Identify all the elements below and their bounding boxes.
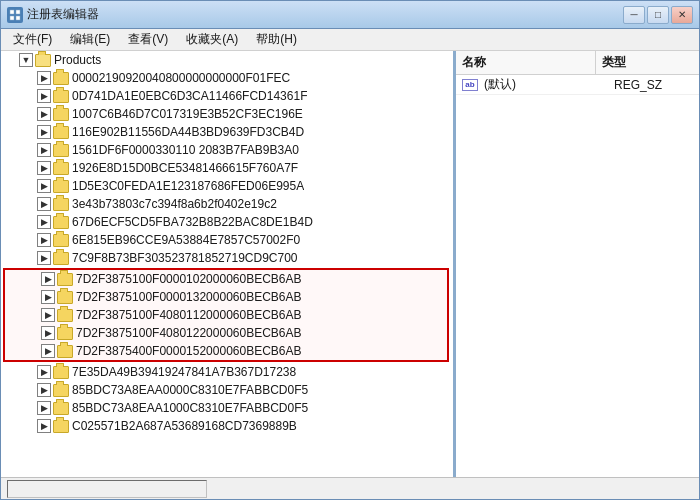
expander[interactable]: ▶ xyxy=(41,344,55,358)
tree-item-16[interactable]: ▶ 7D2F3875400F0000152000060BECB6AB xyxy=(5,342,447,360)
folder-icon xyxy=(53,180,69,193)
tree-item-15[interactable]: ▶ 7D2F3875100F4080122000060BECB6AB xyxy=(5,324,447,342)
tree-label: 7E35DA49B39419247841A7B367D17238 xyxy=(72,365,296,379)
folder-icon xyxy=(57,309,73,322)
tree-item-4[interactable]: ▶ 116E902B11556DA44B3BD9639FD3CB4D xyxy=(1,123,453,141)
column-headers: 名称 类型 xyxy=(456,51,699,75)
expander[interactable]: ▶ xyxy=(37,419,51,433)
expander[interactable]: ▶ xyxy=(37,401,51,415)
svg-rect-3 xyxy=(16,16,20,20)
expander[interactable]: ▶ xyxy=(37,365,51,379)
tree-item-12[interactable]: ▶ 7D2F3875100F0000102000060BECB6AB xyxy=(5,270,447,288)
expander[interactable]: ▶ xyxy=(37,215,51,229)
menu-help[interactable]: 帮助(H) xyxy=(248,29,305,50)
expander[interactable]: ▶ xyxy=(37,71,51,85)
tree-label: C025571B2A687A53689168CD7369889B xyxy=(72,419,297,433)
tree-item-13[interactable]: ▶ 7D2F3875100F0000132000060BECB6AB xyxy=(5,288,447,306)
status-bar xyxy=(1,477,699,499)
registry-row[interactable]: ab (默认) REG_SZ xyxy=(456,75,699,95)
right-pane: 名称 类型 ab (默认) REG_SZ xyxy=(456,51,699,477)
expander[interactable]: ▶ xyxy=(37,161,51,175)
title-bar-left: 注册表编辑器 xyxy=(7,6,99,23)
menu-edit[interactable]: 编辑(E) xyxy=(62,29,118,50)
tree-label: 7C9F8B73BF303523781852719CD9C700 xyxy=(72,251,298,265)
column-name-header: 名称 xyxy=(456,51,596,74)
tree-item-6[interactable]: ▶ 1926E8D15D0BCE53481466615F760A7F xyxy=(1,159,453,177)
tree-item-5[interactable]: ▶ 1561DF6F0000330110 2083B7FAB9B3A0 xyxy=(1,141,453,159)
tree-label: 1561DF6F0000330110 2083B7FAB9B3A0 xyxy=(72,143,299,157)
window-title: 注册表编辑器 xyxy=(27,6,99,23)
tree-item-17[interactable]: ▶ 7E35DA49B39419247841A7B367D17238 xyxy=(1,363,453,381)
tree-item-products[interactable]: ▼ Products xyxy=(1,51,453,69)
tree-label: 7D2F3875400F0000152000060BECB6AB xyxy=(76,344,302,358)
tree-label: 00002190920040800000000000F01FEC xyxy=(72,71,290,85)
tree-item-9[interactable]: ▶ 67D6ECF5CD5FBA732B8B22BAC8DE1B4D xyxy=(1,213,453,231)
folder-icon xyxy=(53,216,69,229)
tree-label: 6E815EB96CCE9A53884E7857C57002F0 xyxy=(72,233,300,247)
folder-icon-products xyxy=(35,54,51,67)
expander[interactable]: ▶ xyxy=(37,89,51,103)
tree-item-2[interactable]: ▶ 0D741DA1E0EBC6D3CA11466FCD14361F xyxy=(1,87,453,105)
svg-rect-1 xyxy=(16,10,20,14)
tree-label: 7D2F3875100F0000102000060BECB6AB xyxy=(76,272,302,286)
folder-icon xyxy=(53,144,69,157)
expander[interactable]: ▶ xyxy=(41,272,55,286)
tree-item-1[interactable]: ▶ 00002190920040800000000000F01FEC xyxy=(1,69,453,87)
folder-icon xyxy=(53,384,69,397)
tree-item-3[interactable]: ▶ 1007C6B46D7C017319E3B52CF3EC196E xyxy=(1,105,453,123)
menu-favorites[interactable]: 收藏夹(A) xyxy=(178,29,246,50)
folder-icon xyxy=(57,345,73,358)
expander[interactable]: ▶ xyxy=(37,107,51,121)
tree-pane[interactable]: ▼ Products ▶ 00002190920040800000000000F… xyxy=(1,51,456,477)
folder-icon xyxy=(53,108,69,121)
reg-value-type: REG_SZ xyxy=(610,78,699,92)
expander[interactable]: ▶ xyxy=(41,308,55,322)
tree-item-19[interactable]: ▶ 85BDC73A8EAA1000C8310E7FABBCD0F5 xyxy=(1,399,453,417)
folder-icon xyxy=(53,90,69,103)
folder-icon xyxy=(57,291,73,304)
maximize-button[interactable]: □ xyxy=(647,6,669,24)
expander[interactable]: ▶ xyxy=(41,290,55,304)
expander[interactable]: ▶ xyxy=(37,251,51,265)
folder-icon xyxy=(53,234,69,247)
expander[interactable]: ▶ xyxy=(37,125,51,139)
folder-icon xyxy=(53,72,69,85)
folder-icon xyxy=(53,162,69,175)
folder-icon xyxy=(57,327,73,340)
tree-label: 1926E8D15D0BCE53481466615F760A7F xyxy=(72,161,298,175)
tree-item-8[interactable]: ▶ 3e43b73803c7c394f8a6b2f0402e19c2 xyxy=(1,195,453,213)
tree-label: 1007C6B46D7C017319E3B52CF3EC196E xyxy=(72,107,303,121)
expander[interactable]: ▶ xyxy=(37,233,51,247)
expander[interactable]: ▶ xyxy=(37,179,51,193)
menu-file[interactable]: 文件(F) xyxy=(5,29,60,50)
title-bar: 注册表编辑器 ─ □ ✕ xyxy=(1,1,699,29)
folder-icon xyxy=(53,366,69,379)
tree-label: 85BDC73A8EAA0000C8310E7FABBCD0F5 xyxy=(72,383,308,397)
minimize-button[interactable]: ─ xyxy=(623,6,645,24)
tree-item-14[interactable]: ▶ 7D2F3875100F4080112000060BECB6AB xyxy=(5,306,447,324)
tree-item-18[interactable]: ▶ 85BDC73A8EAA0000C8310E7FABBCD0F5 xyxy=(1,381,453,399)
folder-icon xyxy=(57,273,73,286)
reg-value-name: (默认) xyxy=(480,76,610,93)
expander[interactable]: ▶ xyxy=(37,143,51,157)
tree-item-20[interactable]: ▶ C025571B2A687A53689168CD7369889B xyxy=(1,417,453,435)
folder-icon xyxy=(53,420,69,433)
column-type-header: 类型 xyxy=(596,51,699,74)
registry-values-list: ab (默认) REG_SZ xyxy=(456,75,699,477)
tree-label: 0D741DA1E0EBC6D3CA11466FCD14361F xyxy=(72,89,307,103)
tree-item-10[interactable]: ▶ 6E815EB96CCE9A53884E7857C57002F0 xyxy=(1,231,453,249)
tree-label: 7D2F3875100F0000132000060BECB6AB xyxy=(76,290,302,304)
menu-view[interactable]: 查看(V) xyxy=(120,29,176,50)
reg-value-icon: ab xyxy=(460,77,480,93)
expander[interactable]: ▶ xyxy=(41,326,55,340)
tree-item-11[interactable]: ▶ 7C9F8B73BF303523781852719CD9C700 xyxy=(1,249,453,267)
close-button[interactable]: ✕ xyxy=(671,6,693,24)
tree-label: 116E902B11556DA44B3BD9639FD3CB4D xyxy=(72,125,304,139)
expander-products[interactable]: ▼ xyxy=(19,53,33,67)
svg-rect-2 xyxy=(10,16,14,20)
expander[interactable]: ▶ xyxy=(37,383,51,397)
expander[interactable]: ▶ xyxy=(37,197,51,211)
tree-label: 67D6ECF5CD5FBA732B8B22BAC8DE1B4D xyxy=(72,215,313,229)
ab-icon: ab xyxy=(462,79,478,91)
tree-item-7[interactable]: ▶ 1D5E3C0FEDA1E123187686FED06E995A xyxy=(1,177,453,195)
